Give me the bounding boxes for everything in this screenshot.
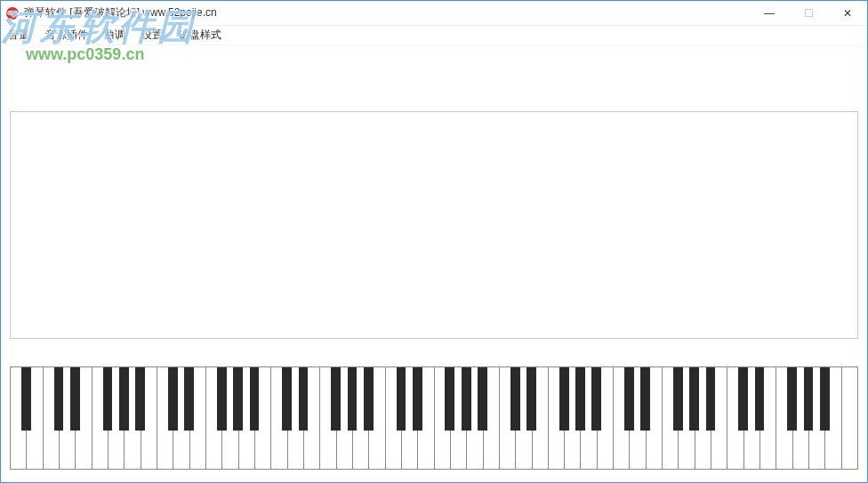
menu-tune[interactable]: 曲调: [104, 28, 125, 43]
black-key[interactable]: [233, 367, 243, 431]
white-key[interactable]: [206, 367, 222, 469]
black-key[interactable]: [673, 367, 683, 431]
white-key[interactable]: [727, 367, 743, 469]
black-key[interactable]: [413, 367, 422, 431]
black-key[interactable]: [250, 367, 260, 431]
black-key[interactable]: [70, 367, 80, 431]
white-key[interactable]: [44, 367, 60, 469]
white-key[interactable]: [663, 367, 679, 469]
menu-volume[interactable]: 音量: [8, 28, 29, 43]
black-key[interactable]: [331, 367, 341, 431]
black-key[interactable]: [591, 367, 601, 431]
white-key[interactable]: [320, 367, 336, 469]
piano-keyboard[interactable]: [10, 366, 858, 470]
black-key[interactable]: [21, 367, 31, 431]
black-key[interactable]: [348, 367, 358, 431]
window-title: 弹琴软件 [吾爱破解论坛] www.52pojie.cn: [24, 5, 217, 20]
menu-sound-plugin[interactable]: 音源插件: [45, 28, 88, 43]
white-key[interactable]: [11, 367, 27, 469]
black-key[interactable]: [168, 367, 178, 431]
black-key[interactable]: [462, 367, 471, 431]
black-key[interactable]: [217, 367, 227, 431]
black-key[interactable]: [282, 367, 292, 431]
black-key[interactable]: [445, 367, 454, 431]
black-key[interactable]: [135, 367, 145, 431]
black-key[interactable]: [364, 367, 374, 431]
black-key[interactable]: [184, 367, 194, 431]
white-key[interactable]: [92, 367, 108, 469]
menu-settings[interactable]: 设置: [141, 28, 163, 43]
white-key[interactable]: [549, 367, 565, 469]
score-textarea[interactable]: [10, 111, 858, 339]
white-key[interactable]: [435, 367, 451, 469]
window-controls: — ☐ ✕: [750, 1, 867, 25]
black-key[interactable]: [575, 367, 585, 431]
white-key[interactable]: [157, 367, 173, 469]
white-key[interactable]: [842, 367, 857, 469]
black-key[interactable]: [706, 367, 716, 431]
black-key[interactable]: [820, 367, 830, 431]
content-area: [1, 45, 867, 482]
close-button[interactable]: ✕: [828, 1, 867, 25]
minimize-button[interactable]: —: [750, 1, 789, 25]
black-key[interactable]: [54, 367, 64, 431]
black-key[interactable]: [559, 367, 569, 431]
black-key[interactable]: [640, 367, 650, 431]
app-icon: OK: [6, 7, 19, 20]
menubar: 音量 音源插件 曲调 设置 键盘样式: [1, 26, 867, 45]
black-key[interactable]: [804, 367, 814, 431]
black-key[interactable]: [478, 367, 487, 431]
menu-keyboard-style[interactable]: 键盘样式: [179, 28, 221, 43]
black-key[interactable]: [738, 367, 748, 431]
white-key[interactable]: [271, 367, 287, 469]
black-key[interactable]: [510, 367, 520, 431]
white-key[interactable]: [386, 367, 402, 469]
black-key[interactable]: [299, 367, 309, 431]
black-key[interactable]: [755, 367, 765, 431]
black-key[interactable]: [119, 367, 129, 431]
titlebar: OK 弹琴软件 [吾爱破解论坛] www.52pojie.cn — ☐ ✕: [1, 1, 867, 26]
black-key[interactable]: [397, 367, 406, 431]
white-key[interactable]: [614, 367, 630, 469]
white-key[interactable]: [776, 367, 792, 469]
black-key[interactable]: [526, 367, 536, 431]
white-key[interactable]: [500, 367, 516, 469]
maximize-button[interactable]: ☐: [789, 1, 828, 25]
black-key[interactable]: [689, 367, 699, 431]
black-key[interactable]: [787, 367, 797, 431]
black-key[interactable]: [624, 367, 634, 431]
black-key[interactable]: [103, 367, 113, 431]
